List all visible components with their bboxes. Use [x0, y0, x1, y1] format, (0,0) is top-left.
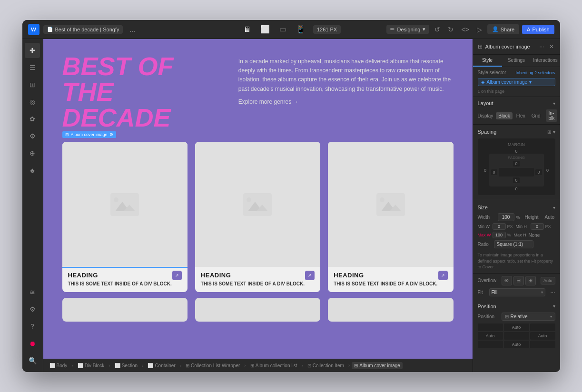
card-4-partial[interactable]: [62, 298, 187, 322]
overflow-visible-button[interactable]: 👁: [502, 276, 512, 285]
in-blk-badge[interactable]: In-blk: [546, 109, 558, 122]
overflow-label: Overflow: [478, 278, 499, 283]
breadcrumb-section[interactable]: ⬜ Section: [112, 362, 140, 369]
breadcrumb-album-cover[interactable]: ⊞ Album cover image: [352, 362, 403, 369]
breadcrumb-container[interactable]: ⬜ Container: [145, 362, 178, 369]
breadcrumb-collection-item[interactable]: ⊡ Collection Item: [305, 362, 346, 369]
size-minmax-row: Min W PX Min H PX: [473, 222, 560, 231]
card-5-partial[interactable]: [195, 298, 320, 322]
margin-left-val[interactable]: 0: [482, 168, 489, 173]
tablet-landscape-button[interactable]: ⬜: [258, 24, 272, 35]
mode-selector[interactable]: ✏ Designing ▾: [386, 25, 429, 34]
assets-button[interactable]: ✿: [25, 111, 40, 127]
card-arrow-3[interactable]: ↗: [438, 271, 448, 280]
padding-right-val[interactable]: 0: [535, 169, 542, 175]
tab-interactions[interactable]: Interactions: [531, 55, 560, 67]
position-select[interactable]: ⊞ Relative ▾: [502, 313, 555, 321]
offset-center: [504, 332, 529, 340]
spacing-diagram: MARGIN 0 0 PADDING 0: [473, 137, 560, 199]
redo-button[interactable]: ↻: [445, 25, 456, 34]
fit-select[interactable]: Fill ▾: [489, 288, 546, 296]
undo-button[interactable]: ↺: [432, 25, 443, 34]
padding-left-val[interactable]: 0: [491, 169, 497, 175]
mobile-button[interactable]: 📱: [294, 24, 307, 35]
card-heading-1: HEADING: [68, 272, 182, 279]
cards-grid-row2: [62, 298, 454, 322]
tab-settings[interactable]: Settings: [502, 55, 531, 67]
more-button[interactable]: ...: [127, 25, 138, 34]
canvas-area[interactable]: BEST OF THE DECADE In a decade marked by…: [43, 39, 473, 372]
tab-style[interactable]: Style: [473, 55, 502, 67]
tablet-button[interactable]: ▭: [277, 24, 288, 35]
overflow-auto-badge[interactable]: Auto: [541, 277, 555, 284]
logic-button[interactable]: ⚙: [25, 128, 40, 144]
settings-button[interactable]: ⚙: [25, 302, 40, 317]
min-w-input[interactable]: [493, 223, 506, 230]
card-arrow-2[interactable]: ↗: [305, 271, 315, 280]
layout-title: Layout: [478, 100, 493, 106]
add-panel-button[interactable]: ✚: [25, 43, 40, 58]
publish-button[interactable]: A Publish: [522, 25, 554, 34]
breadcrumb-album-list[interactable]: ⊞ Album collection list: [248, 362, 300, 369]
card-arrow-1[interactable]: ↗: [172, 271, 182, 280]
min-h-input[interactable]: [531, 223, 544, 230]
css-icon: ◈: [481, 79, 485, 85]
ecommerce-button[interactable]: ♣: [25, 163, 40, 178]
pages-button[interactable]: ⊞: [25, 77, 40, 92]
card-heading-2: HEADING: [201, 272, 315, 279]
breadcrumb-div-block[interactable]: ⬜ Div Block: [75, 362, 107, 369]
block-option[interactable]: Block: [496, 112, 512, 119]
explore-link[interactable]: Explore more genres →: [238, 98, 299, 105]
offset-bottom[interactable]: Auto: [504, 341, 529, 348]
section-icon: ⬜: [115, 363, 120, 368]
padding-bottom-val[interactable]: 0: [513, 177, 519, 183]
grid-option[interactable]: Grid: [529, 112, 543, 119]
overflow-hidden-button[interactable]: ⊟: [513, 276, 524, 285]
breadcrumb-body[interactable]: ⬜ Body: [47, 362, 70, 369]
panel-title-row: ⊞ Album cover image: [478, 43, 530, 50]
padding-label: PADDING: [491, 156, 542, 160]
panel-close-button[interactable]: ✕: [548, 43, 555, 50]
margin-top-row: 0: [482, 149, 552, 154]
width-input[interactable]: [498, 213, 514, 221]
code-button[interactable]: <>: [459, 25, 471, 34]
help-button[interactable]: ?: [25, 319, 40, 334]
preview-button[interactable]: ▷: [474, 25, 484, 34]
card-1[interactable]: ↗ HEADING THIS IS SOME TEXT INSIDE OF A …: [62, 142, 187, 292]
ratio-select[interactable]: Square (1:1): [494, 240, 533, 248]
overflow-scroll-button[interactable]: ⊞: [525, 276, 536, 285]
max-w-input[interactable]: [493, 232, 506, 238]
spacing-visual: MARGIN 0 0 PADDING 0: [478, 138, 555, 195]
padding-top-val[interactable]: 0: [513, 161, 519, 167]
recording-button[interactable]: ⏺: [25, 336, 40, 351]
offset-left[interactable]: Auto: [478, 332, 503, 340]
spacing-section-header[interactable]: Spacing ⊞ ▾: [473, 126, 560, 137]
activity-button[interactable]: ≋: [25, 284, 40, 300]
share-button[interactable]: 👤 Share: [487, 24, 519, 34]
svg-point-7: [247, 197, 251, 202]
card-3[interactable]: ↗ HEADING THIS IS SOME TEXT INSIDE OF A …: [328, 142, 453, 292]
search-button[interactable]: 🔍: [25, 353, 40, 368]
margin-bottom-val[interactable]: 0: [513, 186, 520, 191]
min-w-unit: PX: [507, 224, 513, 229]
offset-right[interactable]: Auto: [530, 332, 555, 340]
fit-extra-button[interactable]: ···: [550, 289, 555, 295]
card-6-partial[interactable]: [328, 298, 453, 322]
breadcrumb-collection-list-wrapper[interactable]: ⊞ Collection List Wrapper: [183, 362, 242, 369]
flex-option[interactable]: Flex: [514, 112, 528, 119]
offset-top[interactable]: Auto: [504, 323, 529, 331]
margin-right-val[interactable]: 0: [544, 168, 552, 173]
panel-more-button[interactable]: ···: [538, 43, 545, 50]
navigator-button[interactable]: ☰: [25, 60, 40, 75]
margin-top-val[interactable]: 0: [513, 149, 520, 154]
components-button[interactable]: ⊕: [25, 146, 40, 161]
size-section-header[interactable]: Size ▾: [473, 201, 560, 212]
position-section-header[interactable]: Position ▾: [473, 300, 560, 311]
cms-button[interactable]: ◎: [25, 94, 40, 109]
card-2[interactable]: ↗ HEADING THIS IS SOME TEXT INSIDE OF A …: [195, 142, 320, 292]
titlebar: W 📄 Best of the decade | Songfy ... 🖥 ⬜ …: [22, 20, 560, 39]
desktop-view-button[interactable]: 🖥: [241, 24, 253, 35]
style-selector-badge[interactable]: ◈ Album cover image ▾: [478, 78, 555, 86]
layout-section-header[interactable]: Layout ▾: [473, 97, 560, 108]
active-tab[interactable]: 📄 Best of the decade | Songfy: [43, 25, 123, 34]
